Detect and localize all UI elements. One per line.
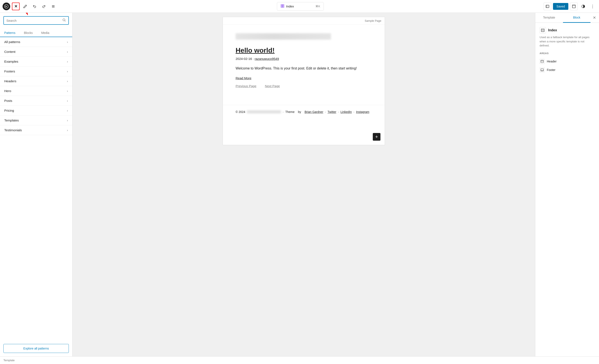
post-meta: 2024-02-16 · razanuwuco9549 [236,57,372,61]
toolbar: W ✕ [0,0,599,13]
pattern-item-footers[interactable]: Footers › [0,66,72,76]
post-author-link[interactable]: razanuwuco9549 [255,57,279,61]
search-input[interactable] [6,19,61,22]
canvas-area: Sample Page Hello world! 2024-02-16 · ra… [72,13,535,356]
command-palette[interactable]: Index ⌘K [277,2,324,11]
areas-section: AREAS Header [540,52,595,74]
template-name: Index [548,28,557,32]
template-section: Index Used as a fallback template for al… [540,27,595,48]
footer-linkedin-link[interactable]: LinkedIn [341,110,352,114]
template-icon [540,27,546,34]
pencil-icon [23,4,27,8]
pattern-item-posts[interactable]: Posts › [0,96,72,106]
svg-rect-8 [283,6,284,8]
areas-label: AREAS [540,52,595,54]
svg-rect-11 [572,5,575,8]
left-sidebar: Patterns Blocks Media All patterns › Con… [0,13,72,356]
template-description: Used as a fallback template for all page… [540,35,595,48]
palette-title: Index [286,4,294,8]
footer-twitter-link[interactable]: Twitter [327,110,336,114]
blurred-site-name [247,110,281,113]
chevron-right-icon: › [67,109,68,112]
pattern-item-pricing[interactable]: Pricing › [0,106,72,115]
wp-logo[interactable]: W [3,3,10,10]
svg-rect-22 [541,69,543,71]
pencil-button[interactable] [21,3,29,10]
toolbar-left: W ✕ [3,3,57,10]
chevron-right-icon: › [67,50,68,53]
area-item-header[interactable]: Header [540,57,595,66]
palette-shortcut: ⌘K [316,5,320,8]
close-button[interactable]: ✕ [12,3,20,10]
layout-icon [572,4,576,8]
blurred-site-header [236,33,331,40]
close-button-wrapper: ✕ [12,3,20,10]
pattern-item-templates[interactable]: Templates › [0,115,72,125]
canvas-top-bar: Sample Page [223,17,385,25]
sample-page-label: Sample Page [365,19,381,22]
chevron-right-icon: › [67,99,68,103]
bottom-bar: Template [0,356,599,364]
svg-rect-5 [281,4,282,6]
chevron-right-icon: › [67,129,68,132]
main-layout: Patterns Blocks Media All patterns › Con… [0,13,599,356]
list-view-icon [51,4,55,8]
footer-instagram-link[interactable]: Instagram [356,110,369,114]
header-area-label: Header [547,60,557,63]
canvas-wrapper: Sample Page Hello world! 2024-02-16 · ra… [223,17,385,145]
chevron-right-icon: › [67,70,68,73]
tab-block[interactable]: Block [563,13,591,23]
tab-media[interactable]: Media [37,29,53,37]
close-right-sidebar-button[interactable]: ✕ [590,14,598,22]
pattern-item-hero[interactable]: Hero › [0,86,72,96]
contrast-button[interactable] [579,3,587,10]
svg-rect-6 [283,4,284,6]
tab-blocks[interactable]: Blocks [20,29,37,37]
undo-button[interactable] [31,3,38,10]
add-block-button[interactable]: + [373,133,380,141]
search-area [0,13,72,28]
toolbar-right: Saved ⋮ [544,3,596,10]
template-title-row: Index [540,27,595,34]
post-title[interactable]: Hello world! [236,46,372,54]
sidebar-tabs: Patterns Blocks Media [0,29,72,37]
svg-rect-9 [546,5,549,8]
header-area-icon [540,59,545,64]
undo-icon [33,4,36,8]
list-view-button[interactable] [49,3,57,10]
pagination: Previous Page Next Page [236,84,372,88]
footer-area-label: Footer [547,68,555,71]
palette-icon [281,4,284,9]
svg-rect-20 [541,60,543,63]
read-more-link[interactable]: Read More [236,76,372,80]
more-options-button[interactable]: ⋮ [589,3,596,10]
redo-button[interactable] [40,3,48,10]
pattern-item-content[interactable]: Content › [0,47,72,57]
tab-patterns[interactable]: Patterns [0,29,20,37]
toolbar-center: Index ⌘K [59,2,542,11]
canvas-content: Hello world! 2024-02-16 · razanuwuco9549… [223,25,385,105]
view-button[interactable] [544,3,551,10]
footer-author-link[interactable]: Brian Gardner [305,110,323,114]
chevron-right-icon: › [67,80,68,83]
area-item-footer[interactable]: Footer [540,66,595,74]
search-icon [62,18,66,23]
chevron-right-icon: › [67,60,68,63]
pattern-item-all[interactable]: All patterns › [0,37,72,47]
pattern-item-testimonials[interactable]: Testimonials › [0,125,72,135]
close-icon: ✕ [593,15,596,20]
pattern-item-examples[interactable]: Examples › [0,57,72,66]
svg-rect-7 [281,6,282,8]
contrast-icon [581,4,585,8]
saved-button[interactable]: Saved [553,3,568,10]
next-page-link[interactable]: Next Page [265,84,280,88]
tab-template[interactable]: Template [535,13,563,23]
svg-line-15 [65,21,66,22]
explore-all-patterns-button[interactable]: Explore all patterns [3,344,69,353]
pattern-item-headers[interactable]: Headers › [0,76,72,86]
redo-icon [42,4,46,8]
layout-button[interactable] [570,3,578,10]
post-body: Welcome to WordPress. This is your first… [236,66,372,71]
prev-page-link[interactable]: Previous Page [236,84,256,88]
close-icon: ✕ [14,4,18,9]
